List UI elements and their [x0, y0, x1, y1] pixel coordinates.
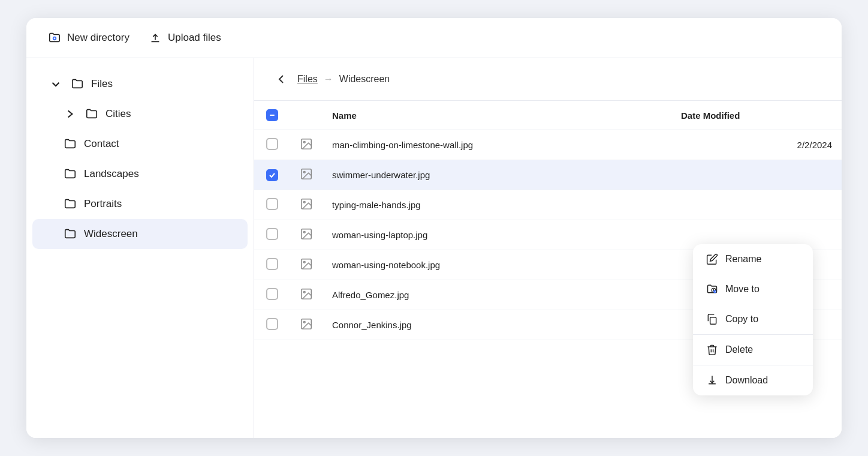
row-checkbox[interactable]	[266, 198, 278, 210]
file-icon	[290, 280, 323, 310]
back-button[interactable]	[271, 69, 291, 89]
file-icon	[290, 220, 323, 250]
chevron-down-icon	[49, 77, 62, 91]
file-name[interactable]: woman-using-laptop.jpg	[323, 220, 671, 250]
chevron-right-icon	[64, 107, 77, 121]
date-header: Date Modified	[671, 101, 842, 130]
content-area: Files → Widescreen	[254, 58, 842, 438]
row-checkbox-cell	[254, 220, 290, 250]
move-to-label: Move to	[725, 284, 760, 295]
table-header-row: Name Date Modified	[254, 101, 842, 130]
delete-label: Delete	[725, 344, 753, 355]
row-checkbox-cell	[254, 130, 290, 160]
new-directory-label: New directory	[67, 32, 129, 44]
context-copy-to[interactable]: Copy to	[693, 304, 813, 334]
sidebar: Files Cities Contact	[26, 58, 254, 438]
row-checkbox[interactable]	[266, 169, 278, 181]
sidebar-item-files[interactable]: Files	[32, 69, 248, 99]
file-name[interactable]: swimmer-underwater.jpg	[323, 160, 671, 190]
sidebar-contact-label: Contact	[84, 138, 119, 150]
image-file-icon	[300, 137, 313, 151]
check-icon	[269, 172, 276, 179]
svg-point-15	[303, 261, 305, 263]
file-name[interactable]: Alfredo_Gomez.jpg	[323, 280, 671, 310]
image-file-icon	[300, 227, 313, 241]
breadcrumb-arrow: →	[324, 74, 333, 85]
row-checkbox-cell	[254, 160, 290, 190]
file-icon	[290, 250, 323, 280]
file-name[interactable]: typing-male-hands.jpg	[323, 190, 671, 220]
image-file-icon	[300, 167, 313, 181]
upload-icon	[149, 31, 162, 44]
sidebar-landscapes-label: Landscapes	[84, 168, 139, 180]
breadcrumb-root[interactable]: Files	[297, 74, 318, 85]
row-checkbox-cell	[254, 250, 290, 280]
svg-rect-5	[270, 115, 275, 116]
row-checkbox[interactable]	[266, 228, 278, 240]
download-label: Download	[725, 375, 768, 386]
table-row: man-climbing-on-limestone-wall.jpg2/2/20…	[254, 130, 842, 160]
sidebar-cities-label: Cities	[106, 108, 131, 120]
image-file-icon	[300, 287, 313, 301]
name-header: Name	[323, 101, 671, 130]
sidebar-item-landscapes[interactable]: Landscapes	[32, 159, 248, 189]
rename-label: Rename	[725, 254, 761, 265]
context-move-to[interactable]: Move to	[693, 274, 813, 304]
indeterminate-icon	[269, 112, 276, 119]
sidebar-portraits-label: Portraits	[84, 198, 122, 210]
download-icon	[706, 374, 718, 386]
file-date	[671, 160, 842, 190]
sidebar-item-widescreen[interactable]: Widescreen	[32, 219, 248, 249]
toolbar: New directory Upload files	[26, 18, 842, 58]
breadcrumb-current: Widescreen	[339, 74, 390, 85]
upload-files-button[interactable]: Upload files	[149, 31, 221, 44]
select-all-header[interactable]	[254, 101, 290, 130]
select-all-checkbox[interactable]	[266, 109, 278, 121]
back-icon	[275, 73, 287, 85]
folder-icon	[64, 167, 77, 181]
copy-to-icon	[706, 313, 718, 325]
sidebar-files-label: Files	[91, 78, 113, 90]
sidebar-widescreen-label: Widescreen	[84, 228, 138, 240]
file-name[interactable]: man-climbing-on-limestone-wall.jpg	[323, 130, 671, 160]
row-checkbox[interactable]	[266, 318, 278, 330]
file-icon	[290, 310, 323, 340]
file-icon	[290, 160, 323, 190]
folder-icon	[64, 137, 77, 151]
context-delete[interactable]: Delete	[693, 335, 813, 365]
folder-icon	[64, 227, 77, 241]
sidebar-item-portraits[interactable]: Portraits	[32, 189, 248, 219]
sidebar-item-cities[interactable]: Cities	[32, 99, 248, 129]
row-checkbox-cell	[254, 280, 290, 310]
svg-point-19	[303, 321, 305, 323]
row-checkbox-cell	[254, 190, 290, 220]
svg-point-11	[303, 201, 305, 203]
context-download[interactable]: Download	[693, 365, 813, 395]
image-file-icon	[300, 197, 313, 211]
row-checkbox[interactable]	[266, 288, 278, 300]
row-checkbox[interactable]	[266, 138, 278, 150]
rename-icon	[706, 253, 718, 265]
file-date: 2/2/2024	[671, 130, 842, 160]
svg-point-9	[303, 171, 305, 173]
table-row: swimmer-underwater.jpg	[254, 160, 842, 190]
context-rename[interactable]: Rename	[693, 244, 813, 274]
svg-point-21	[713, 290, 716, 293]
file-name[interactable]: woman-using-notebook.jpg	[323, 250, 671, 280]
main-area: Files Cities Contact	[26, 58, 842, 438]
new-directory-button[interactable]: New directory	[48, 31, 129, 44]
row-checkbox[interactable]	[266, 258, 278, 270]
svg-rect-22	[710, 317, 716, 325]
folder-icon	[71, 77, 84, 91]
sidebar-item-contact[interactable]: Contact	[32, 129, 248, 159]
file-name[interactable]: Connor_Jenkins.jpg	[323, 310, 671, 340]
file-type-header	[290, 101, 323, 130]
delete-icon	[706, 344, 718, 356]
file-date	[671, 190, 842, 220]
move-to-icon	[706, 283, 718, 295]
svg-point-17	[303, 291, 305, 293]
file-icon	[290, 130, 323, 160]
svg-point-13	[303, 231, 305, 233]
image-file-icon	[300, 257, 313, 271]
folder-icon	[85, 107, 98, 121]
